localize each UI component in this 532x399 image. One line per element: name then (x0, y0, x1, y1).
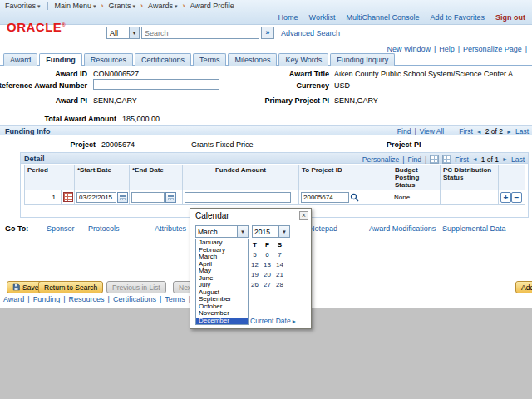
calendar-day[interactable]: 14 (273, 260, 286, 270)
first-link[interactable]: First (459, 127, 473, 135)
favorites-menu[interactable]: Favorites▾ (5, 2, 41, 10)
add-button[interactable]: Add (515, 281, 532, 293)
next-page-icon[interactable]: ► (506, 129, 512, 135)
month-option[interactable]: May (196, 268, 248, 275)
add-to-favorites-link[interactable]: Add to Favorites (430, 13, 485, 22)
delete-row-button[interactable]: − (511, 192, 522, 203)
calendar-day[interactable] (249, 290, 261, 300)
notepad-link[interactable]: Notepad (309, 224, 337, 233)
last-link[interactable]: Last (511, 155, 525, 164)
breadcrumb-awards[interactable]: Awards▾ (148, 2, 177, 10)
month-option[interactable]: August (196, 289, 248, 297)
calendar-day[interactable]: 26 (249, 280, 261, 290)
start-date-calendar-icon[interactable] (117, 192, 128, 203)
return-to-search-button[interactable]: Return to Search (38, 281, 103, 293)
breadcrumb-grants[interactable]: Grants▾ (109, 2, 136, 10)
view-all-grid-icon[interactable] (430, 155, 439, 164)
month-option[interactable]: February (196, 247, 248, 254)
calendar-day[interactable]: 7 (273, 250, 286, 260)
home-link[interactable]: Home (278, 13, 298, 22)
last-link[interactable]: Last (515, 127, 529, 135)
help-link[interactable]: Help (439, 45, 460, 53)
attributes-link[interactable]: Attributes (155, 224, 186, 233)
personalize-link[interactable]: Personalize (362, 155, 405, 164)
month-option[interactable]: September (196, 296, 248, 303)
footer-funding-link[interactable]: Funding (33, 295, 66, 303)
main-menu[interactable]: Main Menu▾ (55, 2, 96, 10)
month-option[interactable]: June (196, 275, 248, 283)
calendar-day[interactable]: 12 (249, 260, 261, 270)
tab-terms[interactable]: Terms (193, 53, 227, 66)
calendar-day[interactable]: 27 (261, 280, 273, 290)
month-option-selected[interactable]: December (196, 318, 248, 325)
supplemental-data-link[interactable]: Supplemental Data (442, 224, 506, 233)
currency-label: Currency (296, 81, 329, 90)
tab-milestones[interactable]: Milestones (228, 53, 277, 66)
previous-page-icon[interactable]: ◄ (476, 129, 482, 135)
search-submit-button[interactable]: » (261, 27, 274, 39)
new-window-link[interactable]: New Window (387, 45, 436, 53)
award-modifications-link[interactable]: Award Modifications (369, 224, 436, 233)
close-icon[interactable]: × (299, 211, 308, 220)
month-option[interactable]: January (196, 239, 248, 247)
chevron-down-icon[interactable]: ▾ (129, 27, 139, 38)
project-id-value: 20005674 (101, 140, 135, 149)
month-option[interactable]: November (196, 310, 248, 318)
calendar-day[interactable]: 13 (261, 260, 273, 270)
tab-resources[interactable]: Resources (84, 53, 133, 66)
tab-award[interactable]: Award (3, 53, 37, 66)
footer-resources-link[interactable]: Resources (69, 295, 110, 303)
search-lookup-icon[interactable] (350, 193, 359, 202)
period-grid-icon[interactable] (63, 192, 73, 202)
tab-funding[interactable]: Funding (39, 53, 82, 66)
personalize-page-link[interactable]: Personalize Page (463, 45, 527, 53)
end-date-calendar-icon[interactable] (165, 192, 176, 203)
view-all-link[interactable]: View All (420, 127, 445, 135)
find-link[interactable]: Find (397, 127, 416, 135)
calendar-day[interactable]: 21 (273, 270, 286, 280)
calendar-day[interactable]: 20 (261, 270, 273, 280)
find-link[interactable]: Find (407, 155, 426, 164)
end-date-field[interactable] (131, 192, 165, 203)
calendar-day[interactable]: 28 (273, 280, 286, 290)
protocols-link[interactable]: Protocols (88, 224, 120, 233)
funded-amount-field[interactable] (185, 192, 291, 203)
chevron-down-icon[interactable]: ▼ (237, 226, 248, 237)
year-dropdown[interactable]: 2015 ▼ (252, 225, 290, 238)
previous-page-icon[interactable]: ◄ (472, 156, 478, 162)
start-date-field[interactable] (76, 192, 116, 203)
search-input[interactable] (141, 27, 259, 39)
calendar-day[interactable] (273, 290, 286, 300)
month-option[interactable]: October (196, 303, 248, 311)
download-grid-icon[interactable] (442, 155, 451, 164)
calendar-day[interactable]: 6 (261, 250, 273, 260)
calendar-day[interactable] (261, 290, 273, 300)
tab-funding-inquiry[interactable]: Funding Inquiry (330, 53, 395, 66)
sign-out-link[interactable]: Sign out (495, 13, 525, 22)
add-row-button[interactable]: + (500, 192, 511, 203)
reference-award-number-field[interactable] (93, 79, 219, 90)
advanced-search-link[interactable]: Advanced Search (281, 29, 340, 37)
first-link[interactable]: First (455, 155, 469, 164)
sponsor-link[interactable]: Sponsor (47, 224, 75, 233)
tab-certifications[interactable]: Certifications (135, 53, 191, 66)
tab-key-words[interactable]: Key Words (278, 53, 328, 66)
month-option[interactable]: April (196, 261, 248, 268)
calendar-day[interactable]: 5 (249, 250, 261, 260)
month-dropdown[interactable]: March ▼ (195, 225, 249, 238)
month-option[interactable]: March (196, 254, 248, 261)
multichannel-console-link[interactable]: MultiChannel Console (346, 13, 419, 22)
next-page-icon[interactable]: ► (502, 156, 508, 162)
month-option[interactable]: July (196, 282, 248, 289)
current-date-link[interactable]: Current Date ▸ (250, 317, 296, 325)
awards-label: Awards (148, 2, 173, 10)
worklist-link[interactable]: Worklist (309, 13, 336, 22)
calendar-day[interactable]: 19 (249, 270, 261, 280)
search-scope-dropdown[interactable]: All▾ (106, 27, 140, 39)
chevron-down-icon[interactable]: ▼ (278, 226, 289, 237)
footer-award-link[interactable]: Award (3, 295, 30, 303)
day-header: F (261, 240, 273, 250)
footer-terms-link[interactable]: Terms (165, 295, 190, 303)
to-project-id-field[interactable] (301, 192, 349, 203)
footer-certifications-link[interactable]: Certifications (113, 295, 161, 303)
